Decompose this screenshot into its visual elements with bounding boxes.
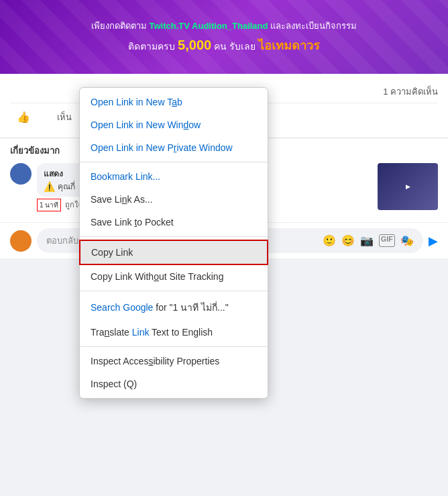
time-label: 1 นาที	[37, 199, 61, 211]
menu-label-suffix: for "1 นาที ไม่กี่..."	[156, 302, 228, 313]
banner-channel: Twitch.TV Audition_Thailand	[150, 21, 268, 31]
avatar	[10, 163, 32, 185]
reply-avatar	[10, 230, 32, 252]
menu-item-copy-link-no-tracking[interactable]: Copy Link Without Site Tracking	[80, 265, 268, 288]
menu-label: Open Link in New Tab	[91, 97, 182, 107]
separator-3	[80, 291, 268, 291]
menu-item-open-new-tab[interactable]: Open Link in New Tab	[80, 91, 268, 113]
banner-item: ไอเทมดาวร	[258, 39, 320, 52]
menu-item-bookmark-link[interactable]: Bookmark Link...	[80, 165, 268, 188]
menu-label: Search Google	[91, 302, 153, 313]
menu-label: Open Link in New Private Window	[91, 142, 233, 153]
menu-item-open-new-window[interactable]: Open Link in New Window	[80, 113, 268, 136]
menu-item-inspect[interactable]: Inspect (Q)	[80, 373, 268, 395]
separator-1	[80, 162, 268, 162]
seen-button[interactable]: เห็น	[50, 106, 78, 128]
seen-label: เห็น	[57, 110, 72, 124]
banner-count: 5,000	[178, 38, 211, 52]
banner-line1-prefix: เพียงกดติดตาม	[91, 21, 150, 31]
emoji-sticker-icon[interactable]: 🙂	[323, 234, 336, 247]
comment-text: คุณกี่	[58, 180, 75, 193]
menu-item-inspect-accessibility[interactable]: Inspect Accessibility Properties	[80, 350, 268, 373]
banner-line1-suffix: และลงทะเบียนกิจกรรม	[270, 21, 357, 31]
like-button[interactable]: 👍	[10, 107, 37, 128]
menu-label: Copy Link	[91, 247, 133, 258]
camera-icon[interactable]: 📷	[360, 234, 374, 247]
menu-label: Bookmark Link...	[91, 171, 160, 182]
input-icons: 🙂 😊 📷 GIF 🎭	[323, 234, 414, 247]
banner-unit: คน รับเลย	[214, 41, 258, 52]
menu-label: Open Link in New Window	[91, 119, 201, 130]
emoji-face-icon[interactable]: 😊	[341, 234, 355, 247]
menu-item-save-link-as[interactable]: Save Link As...	[80, 188, 268, 211]
banner-line2-prefix: ติดตามครบ	[128, 41, 178, 52]
menu-label: Translate Link Text to English	[91, 327, 213, 338]
gif-icon[interactable]: GIF	[379, 234, 395, 247]
thumbnail: ▶	[378, 163, 438, 210]
banner-line2: ติดตามครบ 5,000 คน รับเลย ไอเทมดาวร	[128, 36, 320, 55]
comment-count: 1 ความคิดเห็น	[383, 87, 438, 97]
menu-item-copy-link[interactable]: Copy Link	[79, 240, 268, 265]
banner: เพียงกดติดตาม Twitch.TV Audition_Thailan…	[0, 0, 448, 74]
menu-item-search-google[interactable]: Search Google for "1 นาที ไม่กี่..."	[80, 294, 268, 321]
menu-item-translate[interactable]: Translate Link Text to English	[80, 321, 268, 344]
menu-label: Copy Link Without Site Tracking	[91, 271, 223, 282]
sticker-icon[interactable]: 🎭	[400, 234, 414, 247]
warning-icon: ⚠️	[44, 181, 55, 192]
like-icon: 👍	[17, 111, 30, 123]
menu-item-open-private-window[interactable]: Open Link in New Private Window	[80, 136, 268, 159]
send-button[interactable]: ▶	[429, 234, 438, 248]
menu-label: Save Link As...	[91, 194, 153, 205]
menu-label: Inspect (Q)	[91, 379, 137, 389]
separator-2	[80, 236, 268, 237]
menu-label: Inspect Accessibility Properties	[91, 356, 219, 366]
separator-4	[80, 346, 268, 347]
context-menu: Open Link in New Tab Open Link in New Wi…	[79, 87, 268, 399]
thumbnail-content: ▶	[404, 182, 412, 191]
menu-label: Save Link to Pocket	[91, 217, 174, 228]
menu-item-save-to-pocket[interactable]: Save Link to Pocket	[80, 211, 268, 234]
banner-line1: เพียงกดติดตาม Twitch.TV Audition_Thailan…	[91, 19, 357, 33]
